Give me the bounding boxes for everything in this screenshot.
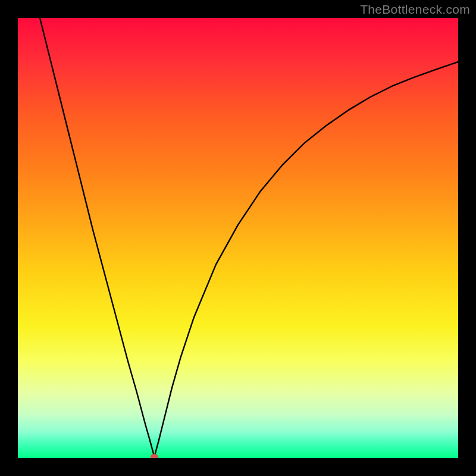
watermark-text: TheBottleneck.com: [360, 2, 470, 17]
chart-frame: TheBottleneck.com: [0, 0, 476, 476]
bottleneck-curve: [40, 18, 458, 457]
min-marker: [151, 454, 158, 458]
plot-area: [18, 18, 458, 458]
plot-svg: [18, 18, 458, 458]
